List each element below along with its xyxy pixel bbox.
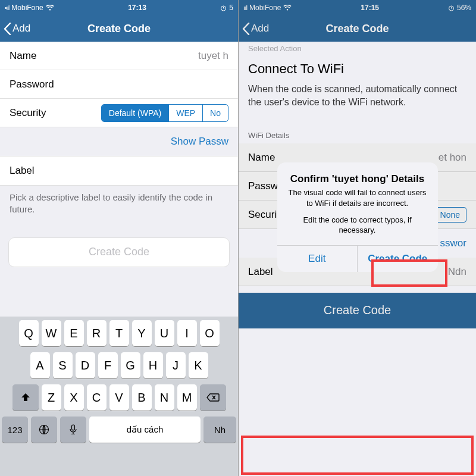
key-n[interactable]: N (155, 384, 174, 411)
security-label: Security (10, 107, 101, 119)
key-b[interactable]: B (132, 384, 152, 411)
return-key[interactable]: Nh (203, 416, 236, 443)
security-row: Security Default (WPA) WEP No (0, 99, 238, 127)
key-w[interactable]: W (42, 320, 61, 346)
key-v[interactable]: V (109, 384, 129, 411)
backspace-key[interactable] (200, 384, 226, 411)
alarm-icon (220, 5, 227, 11)
mic-key[interactable] (60, 416, 86, 443)
name-value: tuyet h (198, 50, 228, 62)
carrier-label: MobiFone (11, 4, 43, 12)
key-a[interactable]: A (30, 352, 50, 378)
key-d[interactable]: D (76, 352, 95, 378)
screenshot-right: ııll MobiFone 17:15 56% Add Create Code … (238, 0, 476, 476)
key-j[interactable]: J (166, 352, 186, 378)
key-i[interactable]: I (177, 320, 197, 346)
page-title: Create Code (0, 23, 238, 35)
key-z[interactable]: Z (42, 384, 61, 411)
name-row[interactable]: Name tuyet h (0, 42, 238, 70)
keyboard[interactable]: QWERTYUIO ASDFGHJK ZXCVBNM 123 dấu cách … (0, 317, 238, 476)
label-header[interactable]: Label (0, 156, 238, 186)
alert-edit-button[interactable]: Edit (277, 246, 358, 272)
svg-rect-2 (72, 425, 75, 430)
form-content: Name tuyet h Password Security Default (… (0, 42, 238, 267)
alert-title: Confirm 'tuyet hong' Details (277, 162, 438, 187)
clock-label: 17:13 (54, 4, 221, 12)
key-m[interactable]: M (177, 384, 197, 411)
show-password-link[interactable]: Show Passw (0, 127, 238, 156)
nav-bar: Add Create Code (0, 15, 238, 42)
seg-none[interactable]: No (202, 105, 228, 121)
back-label: Add (12, 23, 30, 35)
security-segment[interactable]: Default (WPA) WEP No (101, 104, 228, 122)
numbers-key[interactable]: 123 (2, 416, 28, 443)
modal-overlay: Confirm 'tuyet hong' Details The visual … (239, 0, 476, 476)
key-t[interactable]: T (109, 320, 129, 346)
label-footer: Pick a descriptive label to easily ident… (0, 186, 238, 228)
key-y[interactable]: Y (132, 320, 152, 346)
key-r[interactable]: R (87, 320, 107, 346)
battery-label: 5 (229, 4, 233, 12)
screenshot-left: •ııl MobiFone 17:13 5 Add Create Code Na… (0, 0, 238, 476)
key-h[interactable]: H (143, 352, 163, 378)
seg-wep[interactable]: WEP (168, 105, 202, 121)
signal-icon: •ııl (5, 5, 9, 11)
key-x[interactable]: X (64, 384, 84, 411)
status-bar: •ııl MobiFone 17:13 5 (0, 0, 238, 15)
key-o[interactable]: O (200, 320, 220, 346)
alert-message-1: The visual code will fail to connect use… (277, 187, 438, 212)
globe-key[interactable] (31, 416, 57, 443)
create-code-button[interactable]: Create Code (8, 237, 230, 267)
wifi-icon (46, 5, 54, 11)
seg-default-wpa[interactable]: Default (WPA) (102, 105, 168, 121)
confirm-alert: Confirm 'tuyet hong' Details The visual … (277, 162, 438, 271)
key-c[interactable]: C (87, 384, 107, 411)
key-k[interactable]: K (189, 352, 208, 378)
password-row[interactable]: Password (0, 70, 238, 99)
key-g[interactable]: G (121, 352, 140, 378)
key-f[interactable]: F (98, 352, 118, 378)
key-e[interactable]: E (64, 320, 84, 346)
password-label: Password (10, 79, 228, 90)
key-u[interactable]: U (155, 320, 174, 346)
shift-key[interactable] (12, 384, 39, 411)
space-key[interactable]: dấu cách (89, 416, 201, 443)
alert-message-2: Edit the code to correct typos, if neces… (277, 212, 438, 245)
alert-create-button[interactable]: Create Code (357, 246, 438, 272)
key-s[interactable]: S (53, 352, 73, 378)
back-button[interactable]: Add (4, 23, 30, 35)
key-q[interactable]: Q (19, 320, 39, 346)
name-label: Name (10, 50, 198, 62)
